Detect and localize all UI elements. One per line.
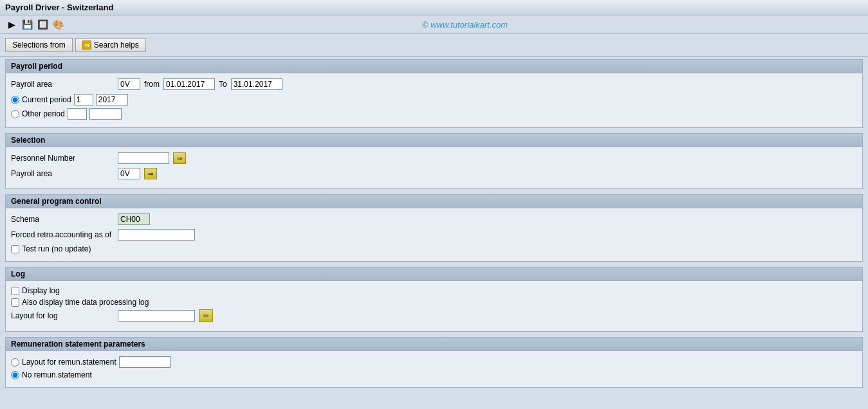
payroll-area-row: Payroll area from To — [11, 78, 857, 90]
layout-remun-label: Layout for remun.statement — [22, 358, 116, 367]
to-label: To — [219, 80, 227, 89]
also-display-row: Also display time data processing log — [11, 298, 857, 307]
schema-label: Schema — [11, 215, 114, 224]
current-period-label: Current period — [22, 95, 71, 104]
layout-for-log-row: Layout for log ✏ — [11, 309, 857, 322]
layout-remun-radio[interactable] — [11, 358, 19, 367]
selection-payroll-area-label: Payroll area — [11, 169, 114, 178]
layout-for-log-input[interactable] — [118, 310, 195, 322]
selection-payroll-area-input[interactable] — [118, 168, 140, 179]
selections-from-button[interactable]: Selections from — [5, 38, 73, 52]
other-period-row: Other period — [11, 108, 857, 120]
test-run-row: Test run (no update) — [11, 244, 857, 253]
selection-body: Personnel Number ⇒ Payroll area ⇒ — [6, 147, 862, 188]
payroll-period-section: Payroll period Payroll area from To Curr… — [5, 59, 863, 128]
from-label: from — [144, 80, 160, 89]
payroll-area-input[interactable] — [118, 78, 140, 90]
current-period-year-input[interactable] — [96, 94, 128, 105]
personnel-number-row: Personnel Number ⇒ — [11, 152, 857, 164]
forced-retro-input[interactable] — [118, 229, 195, 241]
payroll-period-body: Payroll area from To Current period Othe… — [6, 73, 862, 127]
no-remun-radio[interactable] — [11, 371, 19, 379]
layout-for-log-edit-btn[interactable]: ✏ — [199, 309, 213, 322]
run-icon[interactable]: ▶ — [5, 18, 18, 31]
watermark: © www.tutorialkart.com — [67, 20, 863, 30]
test-run-label: Test run (no update) — [22, 244, 91, 253]
personnel-number-input[interactable] — [118, 152, 169, 164]
schema-input[interactable] — [118, 214, 150, 225]
to-date-input[interactable] — [231, 78, 282, 90]
also-display-label: Also display time data processing log — [22, 298, 149, 307]
remuneration-section: Remuneration statement parameters Layout… — [5, 337, 863, 388]
general-program-control-body: Schema Forced retro.accounting as of Tes… — [6, 208, 862, 261]
search-helps-label: Search helps — [94, 41, 139, 50]
personnel-number-label: Personnel Number — [11, 154, 114, 163]
payroll-period-header: Payroll period — [6, 60, 862, 73]
color-icon[interactable]: 🎨 — [51, 18, 64, 31]
no-remun-label: No remun.statement — [22, 370, 92, 379]
forced-retro-row: Forced retro.accounting as of — [11, 229, 857, 241]
remuneration-header: Remuneration statement parameters — [6, 338, 862, 351]
nav-icon[interactable]: 🔲 — [36, 18, 49, 31]
app-title: Payroll Driver - Switzerland — [5, 3, 113, 12]
also-display-checkbox[interactable] — [11, 298, 19, 307]
current-period-row: Current period — [11, 94, 857, 105]
display-log-checkbox[interactable] — [11, 287, 19, 295]
log-body: Display log Also display time data proce… — [6, 281, 862, 331]
layout-remun-input[interactable] — [119, 356, 171, 368]
current-period-num-input[interactable] — [74, 94, 93, 105]
other-period-label: Other period — [22, 109, 65, 118]
personnel-number-lookup-btn[interactable]: ⇒ — [173, 152, 186, 164]
remuneration-body: Layout for remun.statement No remun.stat… — [6, 351, 862, 387]
main-content: Payroll period Payroll area from To Curr… — [0, 57, 868, 395]
test-run-checkbox[interactable] — [11, 245, 19, 253]
layout-for-log-label: Layout for log — [11, 311, 114, 320]
selection-payroll-area-row: Payroll area ⇒ — [11, 168, 857, 179]
schema-row: Schema — [11, 214, 857, 225]
other-period-radio[interactable] — [11, 110, 19, 118]
button-bar: Selections from ⇒ Search helps — [0, 34, 868, 57]
selection-header: Selection — [6, 134, 862, 147]
layout-remun-row: Layout for remun.statement — [11, 356, 857, 368]
display-log-label: Display log — [22, 286, 60, 295]
toolbar: ▶ 💾 🔲 🎨 © www.tutorialkart.com — [0, 15, 868, 34]
save-icon[interactable]: 💾 — [21, 18, 33, 31]
no-remun-row: No remun.statement — [11, 370, 857, 379]
general-program-control-section: General program control Schema Forced re… — [5, 194, 863, 262]
title-bar: Payroll Driver - Switzerland — [0, 0, 868, 15]
search-helps-arrow-icon: ⇒ — [82, 41, 91, 50]
log-header: Log — [6, 268, 862, 281]
payroll-area-label: Payroll area — [11, 80, 114, 89]
log-section: Log Display log Also display time data p… — [5, 267, 863, 332]
selection-payroll-area-lookup-btn[interactable]: ⇒ — [144, 168, 157, 179]
selections-from-label: Selections from — [12, 41, 66, 50]
other-period-year-input[interactable] — [89, 108, 122, 120]
selection-section: Selection Personnel Number ⇒ Payroll are… — [5, 133, 863, 189]
display-log-row: Display log — [11, 286, 857, 295]
from-date-input[interactable] — [163, 78, 215, 90]
forced-retro-label: Forced retro.accounting as of — [11, 230, 114, 239]
current-period-radio[interactable] — [11, 96, 19, 104]
general-program-control-header: General program control — [6, 195, 862, 208]
search-helps-button[interactable]: ⇒ Search helps — [75, 38, 146, 52]
other-period-num-input[interactable] — [68, 108, 87, 120]
